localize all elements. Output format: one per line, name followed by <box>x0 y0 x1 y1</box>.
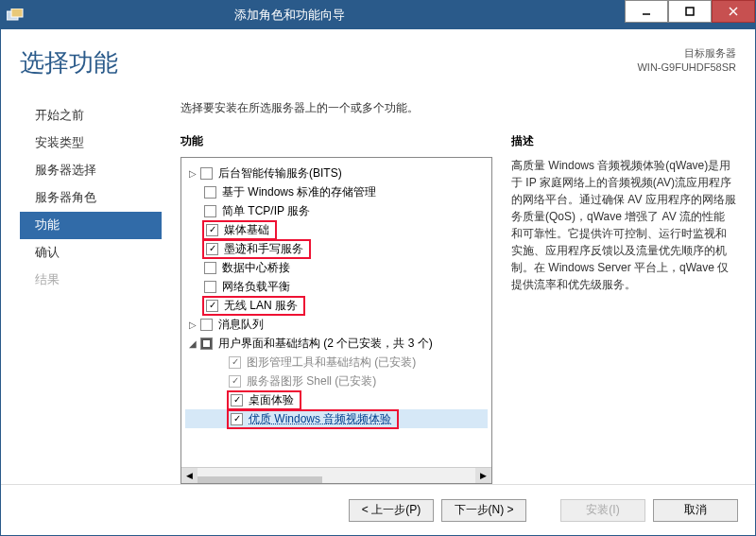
highlight-box: 媒体基础 <box>202 220 277 240</box>
checkbox[interactable] <box>206 224 218 236</box>
checkbox[interactable] <box>200 319 213 331</box>
checkbox[interactable] <box>206 243 218 255</box>
tree-row: 图形管理工具和基础结构 (已安装) <box>185 353 488 372</box>
highlight-box: 墨迹和手写服务 <box>202 239 311 259</box>
tree-row[interactable]: 网络负载平衡 <box>185 277 488 296</box>
columns: 功能 ▷后台智能传输服务(BITS)基于 Windows 标准的存储管理简单 T… <box>180 133 736 484</box>
checkbox[interactable] <box>204 262 216 274</box>
highlight-box: 优质 Windows 音频视频体验 <box>227 409 399 429</box>
tree-item-label: 图形管理工具和基础结构 (已安装) <box>247 354 416 371</box>
description-label: 描述 <box>511 133 736 149</box>
tree-item-label: 基于 Windows 标准的存储管理 <box>222 184 376 200</box>
next-button[interactable]: 下一步(N) > <box>441 499 526 522</box>
features-tree[interactable]: ▷后台智能传输服务(BITS)基于 Windows 标准的存储管理简单 TCP/… <box>181 158 491 467</box>
tree-item-label: 服务器图形 Shell (已安装) <box>247 373 376 389</box>
tree-row[interactable]: 墨迹和手写服务 <box>185 239 488 258</box>
sidebar-item-4[interactable]: 功能 <box>20 212 162 239</box>
tree-row: 服务器图形 Shell (已安装) <box>185 372 488 390</box>
target-server: 目标服务器 WIN-G9FUHDF58SR <box>637 46 736 76</box>
highlight-box: 无线 LAN 服务 <box>202 296 305 316</box>
content-area: 选择功能 目标服务器 WIN-G9FUHDF58SR 开始之前安装类型服务器选择… <box>1 29 755 484</box>
sidebar-item-2[interactable]: 服务器选择 <box>20 157 162 184</box>
maximize-button[interactable] <box>668 0 712 23</box>
main-panel: 选择要安装在所选服务器上的一个或多个功能。 功能 ▷后台智能传输服务(BITS)… <box>162 100 736 484</box>
cancel-button[interactable]: 取消 <box>653 499 738 522</box>
features-label: 功能 <box>180 133 492 149</box>
minimize-button[interactable] <box>625 0 668 23</box>
tree-row[interactable]: ▷消息队列 <box>185 315 488 334</box>
checkbox[interactable] <box>204 281 216 293</box>
target-value: WIN-G9FUHDF58SR <box>637 61 736 75</box>
description-text: 高质量 Windows 音频视频体验(qWave)是用于 IP 家庭网络上的音频… <box>511 157 736 293</box>
scroll-thumb[interactable] <box>198 476 322 484</box>
tree-row[interactable]: 媒体基础 <box>185 220 488 239</box>
tree-row[interactable]: 基于 Windows 标准的存储管理 <box>185 182 488 201</box>
tree-item-label: 墨迹和手写服务 <box>224 241 303 257</box>
tree-row[interactable]: 优质 Windows 音频视频体验 <box>185 409 488 428</box>
tree-row[interactable]: ◢用户界面和基础结构 (2 个已安装，共 3 个) <box>185 334 488 353</box>
sidebar: 开始之前安装类型服务器选择服务器角色功能确认结果 <box>20 100 162 484</box>
tree-row[interactable]: 简单 TCP/IP 服务 <box>185 201 488 220</box>
tree-item-label: 优质 Windows 音频视频体验 <box>249 411 391 427</box>
sidebar-item-6: 结果 <box>20 267 162 294</box>
sidebar-item-5[interactable]: 确认 <box>20 239 162 267</box>
checkbox[interactable] <box>204 186 216 199</box>
close-button[interactable] <box>712 0 755 23</box>
page-title: 选择功能 <box>20 46 118 79</box>
expand-icon[interactable]: ◢ <box>187 338 198 349</box>
highlight-box: 桌面体验 <box>227 390 301 410</box>
wizard-window: 添加角色和功能向导 选择功能 目标服务器 WIN-G9FUHDF58SR 开始之… <box>0 0 756 536</box>
expand-icon[interactable]: ▷ <box>187 168 198 179</box>
expand-icon[interactable]: ▷ <box>187 320 198 330</box>
tree-row[interactable]: ▷后台智能传输服务(BITS) <box>185 164 488 182</box>
target-label: 目标服务器 <box>637 46 736 61</box>
checkbox[interactable] <box>206 300 218 312</box>
checkbox <box>229 356 241 369</box>
tree-item-label: 用户界面和基础结构 (2 个已安装，共 3 个) <box>218 336 433 352</box>
tree-container: ▷后台智能传输服务(BITS)基于 Windows 标准的存储管理简单 TCP/… <box>180 157 492 484</box>
tree-item-label: 简单 TCP/IP 服务 <box>222 203 310 219</box>
features-column: 功能 ▷后台智能传输服务(BITS)基于 Windows 标准的存储管理简单 T… <box>180 133 492 484</box>
sidebar-item-3[interactable]: 服务器角色 <box>20 184 162 212</box>
window-title: 添加角色和功能向导 <box>0 7 625 24</box>
checkbox[interactable] <box>200 337 213 350</box>
tree-row[interactable]: 桌面体验 <box>185 390 488 409</box>
scroll-right-arrow[interactable]: ▶ <box>475 468 491 484</box>
sidebar-item-0[interactable]: 开始之前 <box>20 102 162 130</box>
tree-item-label: 后台智能传输服务(BITS) <box>218 165 342 182</box>
tree-item-label: 无线 LAN 服务 <box>224 298 298 314</box>
horizontal-scrollbar[interactable]: ◀ ▶ <box>181 467 491 483</box>
tree-item-label: 消息队列 <box>218 317 264 333</box>
previous-button[interactable]: < 上一步(P) <box>349 499 434 522</box>
checkbox[interactable] <box>231 394 243 406</box>
checkbox[interactable] <box>204 205 216 217</box>
titlebar: 添加角色和功能向导 <box>1 1 755 29</box>
install-button: 安装(I) <box>560 499 645 522</box>
body: 开始之前安装类型服务器选择服务器角色功能确认结果 选择要安装在所选服务器上的一个… <box>20 100 736 484</box>
titlebar-buttons <box>625 1 755 29</box>
footer: < 上一步(P) 下一步(N) > 安装(I) 取消 <box>1 484 755 535</box>
header: 选择功能 目标服务器 WIN-G9FUHDF58SR <box>20 46 736 79</box>
instruction: 选择要安装在所选服务器上的一个或多个功能。 <box>180 100 736 116</box>
tree-row[interactable]: 无线 LAN 服务 <box>185 296 488 315</box>
tree-row[interactable]: 数据中心桥接 <box>185 258 488 277</box>
tree-item-label: 网络负载平衡 <box>222 279 290 295</box>
tree-item-label: 媒体基础 <box>224 222 269 238</box>
checkbox[interactable] <box>200 167 213 180</box>
description-column: 描述 高质量 Windows 音频视频体验(qWave)是用于 IP 家庭网络上… <box>511 133 736 484</box>
tree-item-label: 桌面体验 <box>249 392 294 408</box>
svg-rect-3 <box>686 8 694 15</box>
checkbox[interactable] <box>231 413 243 425</box>
scroll-left-arrow[interactable]: ◀ <box>181 468 198 484</box>
checkbox <box>229 375 241 388</box>
tree-item-label: 数据中心桥接 <box>222 260 290 276</box>
sidebar-item-1[interactable]: 安装类型 <box>20 130 162 157</box>
